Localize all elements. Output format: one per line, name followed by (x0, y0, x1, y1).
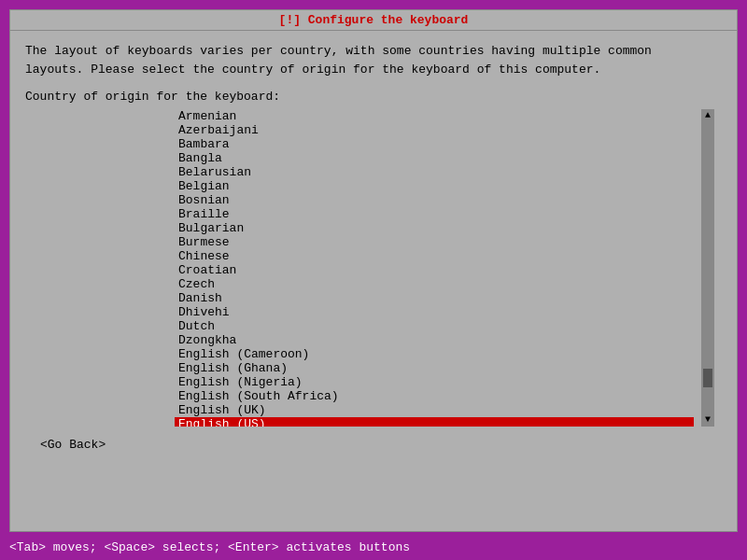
list-item[interactable]: Belarusian (175, 165, 694, 179)
list-item[interactable]: Bulgarian (175, 221, 694, 235)
list-item[interactable]: Bambara (175, 137, 694, 151)
window-title: [!] Configure the keyboard (279, 13, 469, 27)
list-item[interactable]: Dzongkha (175, 333, 694, 347)
buttons-area: <Go Back> (25, 438, 722, 452)
list-item[interactable]: Armenian (175, 109, 694, 123)
list-item[interactable]: Azerbaijani (175, 123, 694, 137)
list-item[interactable]: English (Nigeria) (175, 375, 694, 389)
scroll-track (702, 124, 713, 412)
desc-line1: The layout of keyboards varies per count… (25, 42, 722, 61)
list-item[interactable]: English (South Africa) (175, 389, 694, 403)
scrollbar[interactable]: ▲ ▼ (701, 109, 714, 427)
status-text: <Tab> moves; <Space> selects; <Enter> ac… (9, 540, 410, 554)
scroll-thumb (703, 369, 712, 387)
list-item[interactable]: Czech (175, 277, 694, 291)
title-bar: [!] Configure the keyboard (10, 10, 737, 31)
main-window: [!] Configure the keyboard The layout of… (9, 9, 738, 532)
list-item[interactable]: Dhivehi (175, 305, 694, 319)
list-item[interactable]: Chinese (175, 249, 694, 263)
list-item[interactable]: Bosnian (175, 193, 694, 207)
list-item[interactable]: English (Cameroon) (175, 347, 694, 361)
scroll-up-button[interactable]: ▲ (705, 109, 711, 122)
description: The layout of keyboards varies per count… (25, 42, 722, 78)
list-item[interactable]: Danish (175, 291, 694, 305)
prompt-label: Country of origin for the keyboard: (25, 90, 722, 104)
desc-line2: layouts. Please select the country of or… (25, 61, 722, 79)
list-item[interactable]: English (US) (175, 417, 694, 427)
status-bar: <Tab> moves; <Space> selects; <Enter> ac… (0, 534, 747, 560)
list-item[interactable]: English (Ghana) (175, 361, 694, 375)
keyboard-list[interactable]: ArmenianAzerbaijaniBambaraBanglaBelarusi… (175, 109, 694, 427)
content-area: The layout of keyboards varies per count… (10, 31, 737, 463)
list-item[interactable]: Belgian (175, 179, 694, 193)
scroll-down-button[interactable]: ▼ (705, 413, 711, 427)
list-item[interactable]: Croatian (175, 263, 694, 277)
list-item[interactable]: Braille (175, 207, 694, 221)
list-item[interactable]: English (UK) (175, 403, 694, 417)
go-back-button[interactable]: <Go Back> (40, 438, 106, 452)
list-item[interactable]: Bangla (175, 151, 694, 165)
list-item[interactable]: Dutch (175, 319, 694, 333)
list-item[interactable]: Burmese (175, 235, 694, 249)
